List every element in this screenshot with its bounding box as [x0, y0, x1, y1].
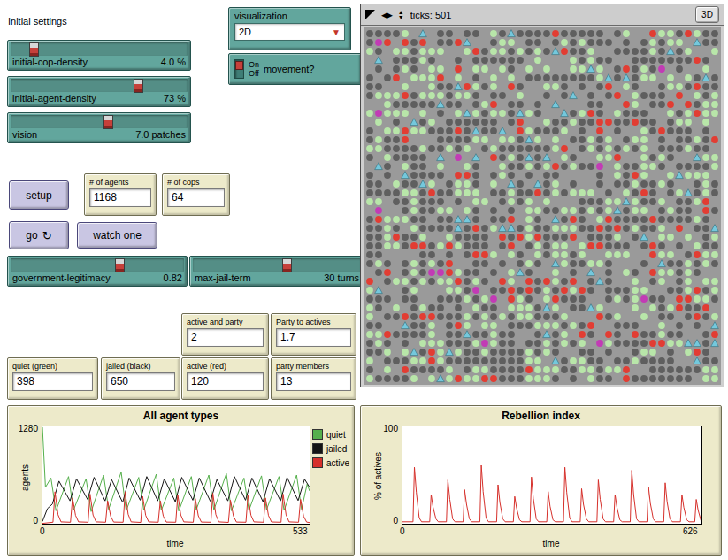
x-tick-min: 0	[400, 526, 405, 536]
monitor-num-agents: # of agents 1168	[84, 173, 157, 216]
slider-handle[interactable]	[115, 258, 125, 272]
chooser-label: visualization	[229, 8, 350, 22]
ticks-counter: ticks: 501	[410, 10, 451, 20]
slider-label: government-legitimacy	[12, 272, 111, 283]
plot-title: All agent types	[8, 410, 354, 422]
slider-handle[interactable]	[282, 258, 292, 272]
legend-swatch-jailed	[312, 443, 323, 454]
chooser-field[interactable]: 2D ▼	[234, 23, 345, 41]
slider-handle[interactable]	[134, 79, 143, 93]
legend-item-active: active	[312, 456, 349, 470]
monitor-value: 398	[12, 372, 93, 391]
slider-track[interactable]	[11, 258, 184, 272]
forever-icon: ↻	[42, 229, 52, 242]
plot-x-axis-label: time	[42, 539, 309, 548]
3d-view-button[interactable]: 3D	[695, 6, 719, 23]
plot-x-axis-label: time	[402, 539, 701, 548]
switch-track-icon[interactable]	[234, 59, 244, 79]
movement-switch[interactable]: On Off movement?	[228, 53, 362, 85]
arrows-vertical-icon[interactable]: ▲▼	[398, 10, 404, 20]
monitor-value: 13	[276, 372, 351, 391]
plot-title: Rebellion index	[361, 410, 721, 422]
monitor-jailed: jailed (black) 650	[101, 357, 180, 400]
slider-label: initial-agent-density	[12, 93, 96, 104]
arrows-horizontal-icon[interactable]: ◀▶	[381, 11, 392, 19]
monitor-active: active (red) 120	[181, 357, 269, 400]
legend-swatch-active	[312, 457, 323, 468]
slider-label: max-jail-term	[195, 272, 251, 283]
slider-value: 73 %	[164, 93, 186, 104]
switch-on-label: On	[249, 60, 259, 69]
y-tick-max: 100	[366, 424, 398, 433]
slider-label: initial-cop-density	[12, 57, 88, 67]
slider-max-jail-term[interactable]: max-jail-term 30 turns	[189, 256, 364, 287]
slider-track[interactable]	[11, 79, 188, 92]
x-tick-min: 0	[40, 526, 45, 536]
view-corner-icon[interactable]	[365, 10, 375, 19]
plot-canvas	[42, 426, 310, 525]
slider-value: 30 turns	[324, 272, 359, 283]
switch-off-label: Off	[249, 69, 259, 78]
monitor-value: 1.7	[276, 328, 351, 347]
setup-button-label: setup	[26, 189, 51, 202]
monitor-value: 2	[187, 328, 264, 347]
initial-settings-heading: Initial settings	[8, 16, 67, 27]
slider-value: 0.82	[164, 272, 182, 283]
legend-label: quiet	[326, 430, 346, 440]
slider-label: vision	[12, 129, 37, 140]
y-tick-min: 0	[10, 516, 38, 525]
plot-rebellion-index: Rebellion index % of actives 100 0 0 626…	[360, 405, 722, 556]
slider-track[interactable]	[193, 258, 361, 272]
monitor-party-members: party members 13	[271, 357, 356, 400]
monitor-value: 1168	[89, 188, 151, 207]
slider-handle[interactable]	[103, 115, 113, 129]
monitor-active-and-party: active and party 2	[181, 313, 269, 356]
monitor-label: active (red)	[182, 358, 268, 372]
slider-handle[interactable]	[29, 42, 39, 57]
monitor-value: 64	[167, 188, 225, 207]
go-button[interactable]: go ↻	[9, 221, 69, 249]
watch-one-button-label: watch one	[93, 229, 142, 242]
slider-value: 4.0 %	[161, 57, 186, 67]
plot-canvas	[402, 426, 702, 525]
slider-track[interactable]	[11, 115, 188, 128]
plot-y-axis-label: % of actives	[373, 452, 383, 500]
x-tick-max: 626	[683, 526, 698, 536]
visualization-chooser[interactable]: visualization 2D ▼	[228, 7, 351, 50]
chevron-down-icon: ▼	[332, 27, 341, 37]
world-canvas	[364, 27, 721, 385]
monitor-label: active and party	[182, 314, 268, 328]
y-tick-min: 0	[366, 516, 398, 525]
switch-label: movement?	[264, 64, 314, 74]
y-tick-max: 1280	[10, 424, 38, 433]
monitor-label: party members	[272, 358, 356, 372]
switch-knob-icon[interactable]	[235, 61, 243, 70]
legend-swatch-quiet	[312, 429, 323, 440]
monitor-num-cops: # of cops 64	[162, 173, 230, 216]
monitor-quiet: quiet (green) 398	[7, 357, 98, 400]
slider-value: 7.0 patches	[135, 129, 186, 140]
plot-legend: quiet jailed active	[312, 427, 349, 470]
world-view-header: ◀▶ ▲▼ ticks: 501 3D	[361, 4, 724, 26]
slider-track[interactable]	[11, 42, 188, 56]
slider-initial-cop-density[interactable]: initial-cop-density 4.0 %	[7, 40, 191, 71]
slider-government-legitimacy[interactable]: government-legitimacy 0.82	[7, 256, 188, 287]
slider-initial-agent-density[interactable]: initial-agent-density 73 %	[7, 76, 191, 107]
world-view: ◀▶ ▲▼ ticks: 501 3D	[360, 4, 724, 387]
monitor-label: # of cops	[163, 174, 229, 188]
slider-vision[interactable]: vision 7.0 patches	[7, 112, 191, 143]
chooser-selected-value: 2D	[239, 27, 251, 37]
monitor-value: 120	[187, 372, 264, 391]
monitor-label: Party to actives	[272, 314, 356, 328]
x-tick-max: 533	[293, 526, 308, 536]
legend-label: jailed	[326, 444, 347, 454]
monitor-value: 650	[106, 372, 175, 391]
setup-button[interactable]: setup	[9, 180, 69, 210]
monitor-label: # of agents	[85, 174, 156, 188]
monitor-label: quiet (green)	[8, 358, 97, 372]
monitor-label: jailed (black)	[102, 358, 180, 372]
go-button-label: go	[26, 229, 37, 242]
legend-item-jailed: jailed	[312, 441, 349, 456]
watch-one-button[interactable]: watch one	[77, 222, 157, 249]
legend-label: active	[326, 458, 349, 468]
